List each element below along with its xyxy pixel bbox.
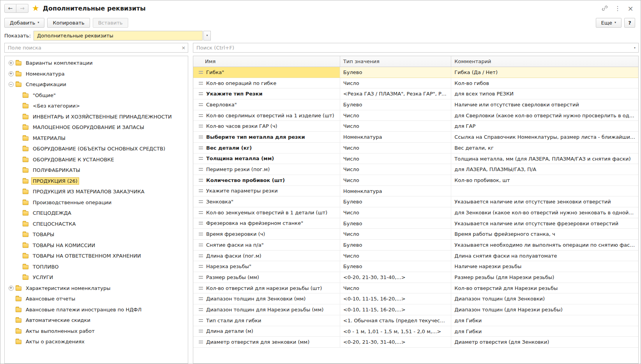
attribute-row[interactable]: Нарезка резьбы"БулевоНаличие нарезки рез… — [193, 261, 638, 272]
attribute-row[interactable]: Снятие фаски на п/а"БулевоУказывается не… — [193, 240, 638, 251]
attribute-row[interactable]: Кол-во сверлимых отверстий на 1 изделие … — [193, 110, 638, 121]
tree-item[interactable]: МАЛОЦЕННОЕ ОБОРУДОВАНИЕ И ЗАПАСЫ — [5, 122, 188, 133]
column-header-name[interactable]: Имя — [193, 56, 340, 67]
drag-handle-icon[interactable] — [199, 168, 203, 171]
tree-item[interactable]: ТОВАРЫ — [5, 229, 188, 240]
tree-item[interactable]: ОБОРУДОВАНИЕ К УСТАНОВКЕ — [5, 154, 188, 165]
attribute-row[interactable]: Тип стали для гибки<1. Обычная сталь (пр… — [193, 315, 638, 326]
drag-handle-icon[interactable] — [199, 114, 203, 117]
tree-item[interactable]: Авансовые платежи иностранцев по НДФЛ — [5, 304, 188, 315]
drag-handle-icon[interactable] — [199, 157, 203, 160]
column-header-type[interactable]: Тип значения — [340, 56, 452, 67]
drag-handle-icon[interactable] — [199, 71, 203, 74]
expand-icon[interactable]: + — [8, 71, 14, 76]
attribute-row[interactable]: Диапазон толщин для Зенковки (мм)<0-10, … — [193, 293, 638, 304]
attribute-row[interactable]: Гибка"БулевоГибка (Да / Нет) — [193, 67, 638, 78]
back-button[interactable]: ← — [4, 4, 16, 13]
attribute-row[interactable]: Укажите тип Резки<Резка ГАЗ / ПЛАЗМА", Р… — [193, 88, 638, 99]
attribute-row[interactable]: Кол-во зенкуемых отверстий в 1 детали (ш… — [193, 207, 638, 218]
tree-item[interactable]: Автоматические скидки — [5, 315, 188, 326]
tree-item[interactable]: Авансовые отчеты — [5, 293, 188, 304]
drag-handle-icon[interactable] — [199, 82, 203, 85]
attributes-search-input[interactable] — [193, 45, 631, 51]
tree-item[interactable]: МАТЕРИАЛЫ — [5, 133, 188, 144]
drag-handle-icon[interactable] — [199, 147, 203, 149]
drag-handle-icon[interactable] — [199, 265, 203, 268]
tree-item[interactable]: СПЕЦОДЕЖДА — [5, 208, 188, 219]
attribute-row[interactable]: Толщина металла (мм)ЧислоТолщина металла… — [193, 154, 638, 164]
drag-handle-icon[interactable] — [199, 297, 203, 300]
expand-icon[interactable]: + — [8, 60, 14, 65]
drag-handle-icon[interactable] — [199, 233, 203, 235]
attribute-row[interactable]: Кол-во операций по гибкеЧислоКол-во гибо… — [193, 78, 638, 89]
tree-item[interactable]: −Спецификации — [5, 79, 188, 90]
show-combobox-input[interactable] — [34, 31, 203, 41]
attribute-row[interactable]: Периметр резки (пог.м)Числодля ЛАЗЕРА, П… — [193, 164, 638, 175]
tree-item[interactable]: ТОВАРЫ НА ОТВЕТСТВЕННОМ ХРАНЕНИИ — [5, 251, 188, 262]
category-search-input[interactable] — [5, 45, 179, 51]
attribute-row[interactable]: Выберите тип металла для резкиНоменклату… — [193, 132, 638, 143]
copy-button[interactable]: Копировать — [47, 18, 90, 28]
tree-item[interactable]: ИНВЕНТАРЬ И ХОЗЯЙСТВЕННЫЕ ПРИНАДЛЕЖНОСТИ — [5, 111, 188, 122]
attribute-row[interactable]: Фрезеровка на фрейзерном станке"БулевоУк… — [193, 218, 638, 229]
column-header-comment[interactable]: Комментарий — [451, 56, 638, 67]
attribute-row[interactable]: Кол-во отверстий для нарезки резьбы (шт)… — [193, 283, 638, 294]
attribute-row[interactable]: Длина фаски (пог.м)ЧислоДлина снятия фас… — [193, 251, 638, 262]
tree-item[interactable]: +Номенклатура — [5, 69, 188, 80]
tree-item[interactable]: ПРОДУКЦИЯ ИЗ МАТЕРИАЛОВ ЗАКАЗЧИКА — [5, 186, 188, 197]
attribute-row[interactable]: Кол-во часов резки ГАР (ч)Числодля ГАР — [193, 121, 638, 132]
search-options-dropdown-button[interactable]: ▾ — [631, 43, 639, 53]
drag-handle-icon[interactable] — [199, 276, 203, 279]
drag-handle-icon[interactable] — [199, 287, 203, 290]
drag-handle-icon[interactable] — [199, 244, 203, 246]
tree-item[interactable]: +Варианты комплектации — [5, 58, 188, 69]
attribute-row[interactable]: Количество пробивок (шт)ЧислоКол-во проб… — [193, 175, 638, 186]
favorite-star-icon[interactable]: ★ — [32, 4, 39, 12]
close-button[interactable]: × — [626, 4, 635, 13]
drag-handle-icon[interactable] — [199, 179, 203, 182]
drag-handle-icon[interactable] — [199, 125, 203, 127]
tree-item[interactable]: ПОЛУФАБРИКАТЫ — [5, 165, 188, 176]
more-actions-button[interactable]: Еще ▾ — [596, 18, 622, 28]
help-button[interactable]: ? — [624, 18, 635, 28]
attribute-row[interactable]: Сверловка"БулевоНаличие или отсутствие с… — [193, 99, 638, 110]
collapse-icon[interactable]: − — [8, 82, 14, 87]
attribute-row[interactable]: Время фрезеровки (ч)ЧислоВремя работы фр… — [193, 229, 638, 240]
tree-item[interactable]: +Характеристики номенклатуры — [5, 283, 188, 294]
tree-item[interactable]: "Общие" — [5, 90, 188, 101]
tree-item[interactable]: <Без категории> — [5, 101, 188, 111]
tree-item[interactable]: ТОВАРЫ НА КОМИССИИ — [5, 240, 188, 251]
drag-handle-icon[interactable] — [199, 211, 203, 214]
drag-handle-icon[interactable] — [199, 308, 203, 311]
add-button[interactable]: Добавить ▾ — [4, 18, 44, 28]
tree-item[interactable]: УСЛУГИ — [5, 272, 188, 283]
drag-handle-icon[interactable] — [199, 254, 203, 257]
attribute-row[interactable]: Диаметр отверстия для зенковки (мм)<0-20… — [193, 337, 638, 348]
drag-handle-icon[interactable] — [199, 103, 203, 106]
tree-item[interactable]: Производственные операции — [5, 197, 188, 208]
paste-button[interactable]: Вставить — [93, 18, 128, 28]
expand-icon[interactable]: + — [8, 286, 14, 291]
tree-item[interactable]: Акты выполненных работ — [5, 326, 188, 337]
attribute-row[interactable]: Вес детали (кг)ЧислоВес детали, кг — [193, 143, 638, 154]
get-link-button[interactable] — [600, 4, 609, 13]
drag-handle-icon[interactable] — [199, 330, 203, 332]
drag-handle-icon[interactable] — [199, 222, 203, 224]
drag-handle-icon[interactable] — [199, 200, 203, 203]
attribute-row[interactable]: Диапазон толщин для Нарезки резьбы (мм)<… — [193, 304, 638, 315]
drag-handle-icon[interactable] — [199, 92, 203, 95]
drag-handle-icon[interactable] — [199, 319, 203, 322]
search-clear-icon[interactable]: × — [179, 45, 188, 51]
attribute-row[interactable]: Зенковка"БулевоУказывается наличие или о… — [193, 196, 638, 207]
attribute-row[interactable]: Размер резьбы (мм)<0-20, 21-30, 31-40,..… — [193, 272, 638, 283]
tree-item[interactable]: ТОПЛИВО — [5, 262, 188, 272]
tree-item[interactable]: ОБОРУДОВАНИЕ (ОБЪЕКТЫ ОСНОВНЫХ СРЕДСТВ) — [5, 143, 188, 154]
more-menu-button[interactable]: ⋮ — [613, 4, 622, 13]
drag-handle-icon[interactable] — [199, 341, 203, 343]
forward-button[interactable]: → — [16, 4, 28, 13]
attribute-row[interactable]: Длина детали (м)<0 - 1 м, 1,01 - 1,5 м, … — [193, 326, 638, 337]
attribute-row[interactable]: Укажите параметры резкиНоменклатура — [193, 186, 638, 197]
tree-item[interactable]: ПРОДУКЦИЯ (26) — [5, 176, 188, 187]
tree-item[interactable]: СПЕЦОСНАСТКА — [5, 219, 188, 230]
show-combobox-dropdown-button[interactable]: ▾ — [203, 31, 211, 41]
